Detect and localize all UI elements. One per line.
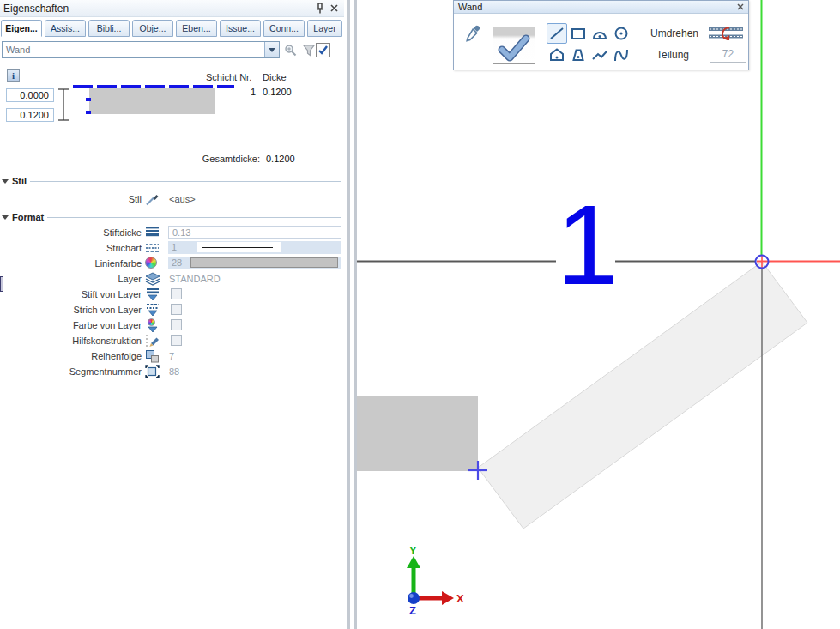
color-swatch: [190, 257, 338, 268]
color-wheel-icon[interactable]: [145, 257, 160, 270]
layer-tick-bottom: [86, 111, 91, 114]
umdrehen-label: Umdrehen: [650, 27, 698, 39]
object-type-value: Wand: [3, 45, 264, 55]
properties-panel: Eigenschaften Eigen... Assis... Bibli...…: [0, 0, 344, 629]
tab-ebenen[interactable]: Eben...: [176, 20, 217, 37]
row-farbe-von-layer: Farbe von Layer: [0, 318, 344, 332]
zoom-search-icon[interactable]: [284, 44, 298, 57]
wand-toolbar-title: Wand: [458, 2, 482, 12]
wand-toolbar-titlebar[interactable]: Wand: [454, 1, 748, 14]
total-thickness-row: Gesamtdicke: 0.1200: [0, 154, 344, 166]
tab-bibliothek[interactable]: Bibli...: [88, 20, 130, 37]
farbe-von-layer-checkbox[interactable]: [171, 319, 182, 330]
strich-von-layer-checkbox[interactable]: [171, 304, 182, 315]
wall-layer-preview[interactable]: [89, 88, 215, 114]
collapse-triangle-icon: [2, 215, 9, 220]
row-hilfskonstruktion: Hilfskonstruktion: [0, 334, 344, 348]
row-layer: Layer STANDARD: [0, 272, 344, 286]
layer-stack-icon[interactable]: [145, 272, 160, 286]
tool-line[interactable]: [547, 23, 567, 44]
offset-bottom-input[interactable]: [6, 108, 54, 122]
tool-polygon[interactable]: [547, 45, 567, 65]
collapse-triangle-icon: [2, 179, 9, 184]
docked-palette-edge: [0, 276, 3, 292]
viewport-frame-border: [354, 0, 357, 629]
stiftdicke-field[interactable]: 0.13: [168, 226, 341, 239]
layer-value[interactable]: STANDARD: [169, 274, 221, 284]
tab-issues[interactable]: Issue...: [220, 20, 261, 37]
linestyle-from-layer-icon[interactable]: [145, 303, 160, 317]
hilfskonstruktion-checkbox[interactable]: [171, 335, 182, 346]
linienfarbe-field[interactable]: 28: [168, 257, 341, 269]
combo-dropdown-button[interactable]: [264, 42, 279, 57]
segment-number-icon[interactable]: [145, 365, 160, 378]
wand-toolbar: Wand: [453, 0, 749, 70]
row-linienfarbe: Linienfarbe 28: [0, 257, 344, 270]
tab-objekte[interactable]: Obje...: [132, 20, 173, 37]
color-from-layer-icon[interactable]: [145, 318, 160, 332]
linestyle-preview-line: [202, 247, 273, 249]
panel-title: Eigenschaften: [3, 3, 69, 15]
flip-direction-icon[interactable]: [707, 26, 745, 40]
row-stiftdicke: Stiftdicke 0.13: [0, 226, 344, 239]
stil-value[interactable]: <aus>: [169, 194, 196, 204]
segmentnummer-value[interactable]: 88: [169, 366, 179, 377]
wand-close-icon[interactable]: [737, 3, 744, 10]
pen-from-layer-icon[interactable]: [145, 287, 160, 301]
column-header-dicke: Dicke: [263, 72, 287, 82]
tab-connect[interactable]: Conn...: [263, 20, 305, 37]
info-button[interactable]: i: [7, 69, 20, 82]
object-type-select[interactable]: Wand: [2, 41, 280, 58]
wall-number-label: 1: [556, 189, 619, 302]
close-icon[interactable]: [327, 3, 341, 15]
row-reihenfolge: Reihenfolge 7: [0, 349, 344, 363]
tool-circle[interactable]: [611, 23, 632, 44]
reihenfolge-value[interactable]: 7: [169, 351, 174, 361]
section-stil[interactable]: Stil: [2, 175, 341, 187]
tab-layer[interactable]: Layer: [307, 20, 342, 37]
total-thickness-value: 0.1200: [266, 154, 295, 164]
wall-shape-tool-grid: [547, 23, 632, 65]
panel-titlebar: Eigenschaften: [0, 0, 344, 17]
layer-row-number: 1: [247, 87, 256, 97]
tool-trapezoid[interactable]: [568, 45, 589, 65]
dimension-bracket: [57, 87, 70, 123]
stift-von-layer-checkbox[interactable]: [171, 288, 182, 299]
panel-splitter[interactable]: [347, 0, 350, 629]
stil-label: Stil: [129, 194, 142, 204]
row-segmentnummer: Segmentnummer 88: [0, 365, 344, 378]
panel-tabstrip: Eigen... Assis... Bibli... Obje... Eben.…: [1, 20, 343, 38]
tool-spline[interactable]: [611, 45, 632, 65]
column-header-schicht: Schicht Nr.: [206, 72, 251, 82]
tool-polyline[interactable]: [589, 45, 610, 65]
pen-preview-line: [203, 233, 337, 234]
tab-eigenschaften[interactable]: Eigen...: [1, 20, 42, 37]
filter-icon[interactable]: [302, 44, 316, 57]
application-window: Eigenschaften Eigen... Assis... Bibli...…: [0, 0, 840, 629]
teilung-label: Teilung: [656, 49, 689, 61]
row-strichart: Strichart 1: [0, 241, 344, 255]
pin-icon[interactable]: [313, 3, 327, 15]
tab-assistenten[interactable]: Assis...: [45, 20, 86, 37]
stil-row: Stil <aus>: [0, 192, 344, 206]
layer-tick-top: [86, 98, 91, 101]
row-strich-von-layer: Strich von Layer: [0, 303, 344, 317]
confirm-button[interactable]: [493, 27, 535, 64]
apply-checkbox[interactable]: [316, 43, 330, 57]
draw-order-icon[interactable]: [145, 349, 160, 363]
brush-icon[interactable]: [145, 192, 160, 206]
eyedropper-icon[interactable]: [464, 25, 481, 42]
tool-rectangle[interactable]: [568, 23, 589, 44]
offset-top-input[interactable]: [6, 88, 54, 102]
linestyle-icon[interactable]: [145, 241, 160, 255]
strichart-field[interactable]: 1: [168, 241, 341, 254]
construction-pencil-icon[interactable]: [145, 334, 160, 348]
drawing-viewport[interactable]: [357, 0, 840, 629]
layer-row-thickness: 0.1200: [263, 87, 292, 97]
pen-thickness-icon[interactable]: [145, 226, 160, 239]
total-thickness-label: Gesamtdicke:: [202, 154, 260, 164]
tool-arc[interactable]: [589, 23, 610, 44]
teilung-input[interactable]: [710, 45, 746, 63]
row-stift-von-layer: Stift von Layer: [0, 287, 344, 301]
section-format[interactable]: Format: [2, 211, 341, 223]
